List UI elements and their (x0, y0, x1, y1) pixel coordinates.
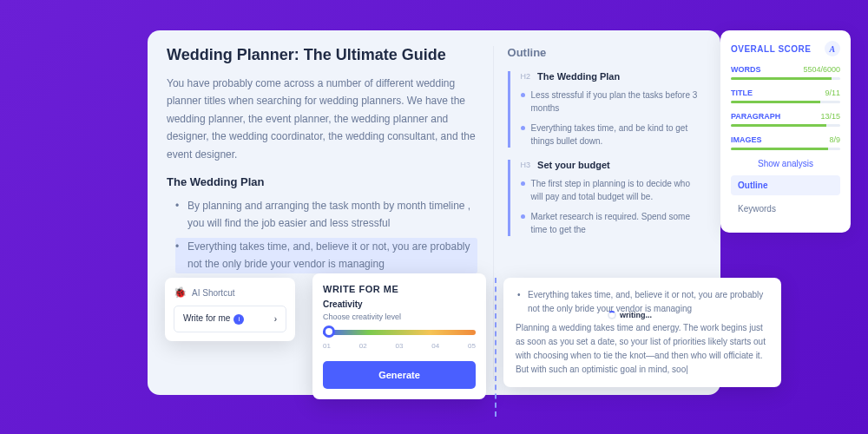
writing-status: writing... (608, 311, 652, 319)
preview-popover: Everything takes time, and, believe it o… (503, 278, 781, 387)
section-heading[interactable]: The Wedding Plan (167, 175, 477, 188)
metric-paragraph: PARAGRAPH13/15 (731, 112, 840, 127)
outline-group-title[interactable]: H2The Wedding Plan (521, 71, 701, 82)
wfm-heading: WRITE FOR ME (323, 284, 476, 294)
heading-tag: H3 (521, 161, 531, 169)
creativity-slider[interactable]: 01 02 03 04 05 (323, 330, 476, 354)
spinner-icon (608, 311, 616, 319)
bullet-item-highlighted[interactable]: Everything takes time, and, believe it o… (175, 238, 477, 273)
write-for-me-button[interactable]: Write for mei › (174, 306, 286, 332)
outline-group[interactable]: H3Set your budget The first step in plan… (508, 160, 701, 236)
write-for-me-panel: WRITE FOR ME Creativity Choose creativit… (312, 273, 486, 399)
outline-item[interactable]: Less stressful if you plan the tasks bef… (521, 89, 701, 115)
tab-keywords[interactable]: Keywords (731, 199, 840, 219)
intro-paragraph[interactable]: You have probably come across a number o… (167, 75, 477, 163)
document-title[interactable]: Wedding Planner: The Ultimate Guide (167, 46, 477, 64)
info-icon: i (233, 314, 244, 325)
generate-button[interactable]: Generate (323, 361, 476, 389)
outline-group[interactable]: H2The Wedding Plan Less stressful if you… (508, 71, 701, 148)
score-heading: OVERALL SCORE A (731, 41, 840, 56)
outline-group-title[interactable]: H3Set your budget (521, 160, 701, 170)
preview-body: Planning a wedding takes time and energy… (516, 321, 769, 377)
show-analysis-link[interactable]: Show analysis (731, 159, 840, 168)
outline-item[interactable]: Everything takes time, and be kind to ge… (521, 122, 701, 148)
outline-item[interactable]: Market research is required. Spend some … (521, 210, 701, 236)
ai-shortcut-popover: 🐞AI Shortcut Write for mei › (165, 278, 295, 341)
heading-tag: H2 (521, 72, 531, 81)
tab-outline[interactable]: Outline (731, 175, 840, 195)
chevron-right-icon: › (274, 314, 277, 324)
grade-badge: A (825, 41, 840, 56)
metric-images: IMAGES8/9 (731, 135, 840, 150)
shortcut-heading: 🐞AI Shortcut (174, 286, 286, 299)
score-panel: OVERALL SCORE A WORDS5504/6000 TITLE9/11… (720, 30, 851, 233)
slider-thumb[interactable] (323, 326, 335, 338)
metric-words: WORDS5504/6000 (731, 65, 840, 80)
outline-item[interactable]: The first step in planning is to decide … (521, 177, 701, 203)
ladybug-icon: 🐞 (174, 286, 187, 299)
outline-heading: Outline (508, 46, 701, 59)
divider-dashed (495, 278, 496, 417)
creativity-desc: Choose creativity level (323, 312, 476, 321)
bullet-item[interactable]: By planning and arranging the task month… (175, 197, 477, 233)
creativity-label: Creativity (323, 299, 476, 309)
bullet-list: By planning and arranging the task month… (167, 197, 477, 279)
metric-title: TITLE9/11 (731, 89, 840, 103)
